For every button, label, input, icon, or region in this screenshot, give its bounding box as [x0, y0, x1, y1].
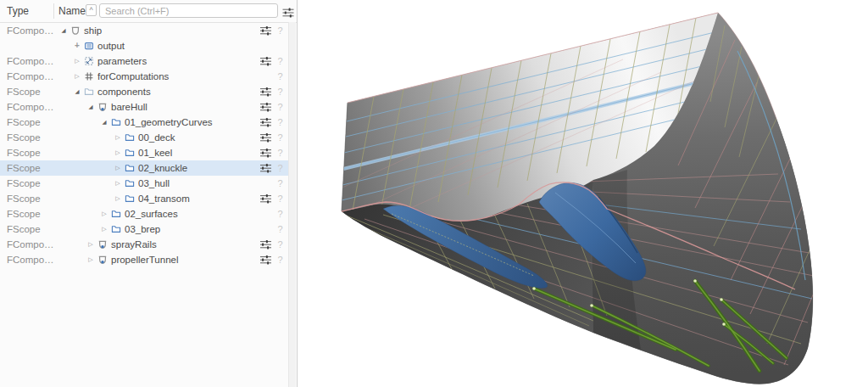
type-column-header: Type [7, 5, 29, 17]
tree-row[interactable]: FScope ▷ 00_deck ? [0, 130, 288, 145]
row-indent [58, 46, 71, 47]
settings-icon[interactable] [259, 118, 272, 127]
tree-row[interactable]: FCompone... ▷ sprayRails ? [0, 237, 288, 252]
tree-row[interactable]: FCompone... ◢ ship ? [0, 23, 288, 38]
row-indent [58, 137, 112, 138]
row-name-label: 03_brep [125, 224, 259, 234]
folder-icon [124, 178, 135, 188]
tree-row[interactable]: FScope ◢ components ? [0, 84, 288, 99]
help-icon[interactable]: ? [276, 194, 284, 204]
row-indent [58, 153, 112, 154]
help-icon[interactable]: ? [276, 209, 284, 219]
tree-row[interactable]: FScope ◢ 01_geometryCurves ? [0, 115, 288, 130]
row-name-label: parameters [97, 56, 259, 66]
help-icon[interactable]: ? [276, 178, 284, 188]
help-icon[interactable]: ? [276, 87, 284, 97]
settings-icon[interactable] [259, 255, 272, 265]
row-name-label: components [97, 87, 259, 97]
output-icon [83, 41, 94, 51]
expander-icon[interactable]: ▷ [98, 206, 110, 222]
help-icon[interactable]: ? [276, 56, 284, 66]
tree-row[interactable]: FScope ▷ 01_keel ? [0, 145, 288, 160]
folder-icon [124, 194, 135, 204]
expander-icon[interactable]: ◢ [58, 23, 70, 38]
expander-icon[interactable]: ▷ [98, 222, 110, 237]
tree-scrollbar[interactable] [288, 22, 296, 387]
hull-3d-canvas[interactable] [298, 0, 868, 387]
expander-icon[interactable]: ▷ [112, 176, 124, 191]
row-indent [58, 183, 112, 184]
expander-icon[interactable]: ▷ [85, 252, 97, 267]
help-icon[interactable]: ? [276, 25, 284, 36]
collapse-all-button[interactable]: ^ [86, 4, 97, 16]
tree-row[interactable]: FScope ▷ 02_knuckle ? [0, 160, 288, 176]
computations-icon [83, 71, 94, 81]
folder-icon [124, 148, 135, 158]
row-type-label: FScope [0, 148, 58, 158]
expander-icon[interactable]: ◢ [98, 115, 110, 130]
help-icon[interactable]: ? [276, 224, 284, 234]
help-icon[interactable]: ? [276, 71, 284, 81]
help-icon[interactable]: ? [276, 132, 284, 143]
expander-icon[interactable]: ▷ [71, 53, 83, 69]
tree-row[interactable]: FScope ▷ 02_surfaces ? [0, 206, 288, 222]
folder-icon [110, 224, 121, 234]
folder-icon [110, 117, 121, 127]
row-type-label: FScope [0, 132, 58, 143]
row-indent [58, 244, 85, 245]
row-indent [58, 214, 98, 215]
row-type-label: FCompone... [0, 255, 58, 265]
expander-icon[interactable]: ▷ [71, 69, 83, 84]
tree-row[interactable]: FCompone... ▷ parameters ? [0, 53, 288, 69]
tree-row[interactable]: FCompone... ▷ propellerTunnel ? [0, 252, 288, 267]
expander-icon[interactable]: ◢ [71, 84, 83, 99]
row-name-label: 01_geometryCurves [125, 117, 259, 127]
tree-row[interactable]: FScope ▷ 03_hull ? [0, 176, 288, 191]
row-type-label: FScope [0, 178, 58, 188]
row-name-label: 02_knuckle [138, 163, 259, 173]
help-icon[interactable]: ? [276, 163, 284, 173]
filter-icon[interactable] [282, 6, 294, 16]
search-input[interactable] [99, 3, 278, 18]
settings-icon[interactable] [259, 164, 272, 173]
settings-icon[interactable] [259, 87, 272, 97]
row-name-label: 00_deck [138, 132, 259, 143]
expander-icon[interactable]: ▷ [112, 160, 124, 176]
expander-icon[interactable]: ▷ [112, 191, 124, 206]
expander-icon[interactable]: + [71, 38, 83, 53]
row-type-label: FScope [0, 163, 58, 173]
folder-pale-icon [83, 87, 94, 97]
help-icon[interactable]: ? [276, 255, 284, 265]
parameters-icon [83, 56, 94, 66]
help-icon[interactable]: ? [276, 148, 284, 158]
row-name-label: forComputations [97, 71, 259, 81]
help-icon[interactable]: ? [276, 117, 284, 127]
settings-icon[interactable] [259, 194, 272, 204]
settings-icon[interactable] [259, 103, 272, 112]
help-icon[interactable]: ? [276, 239, 284, 250]
help-icon[interactable]: ? [276, 102, 284, 112]
expander-icon[interactable]: ▷ [85, 237, 97, 252]
expander-icon[interactable]: ◢ [85, 99, 97, 115]
tree-row[interactable]: FCompone... ▷ forComputations ? [0, 69, 288, 84]
settings-icon[interactable] [259, 240, 272, 250]
ship-hull-render [298, 0, 868, 387]
expander-icon[interactable]: ▷ [112, 145, 124, 160]
hull-icon [70, 25, 81, 36]
tree-row[interactable]: FCompone... ◢ bareHull ? [0, 99, 288, 115]
settings-icon[interactable] [259, 26, 272, 36]
expander-icon[interactable]: ▷ [112, 130, 124, 145]
tree-row[interactable]: FScope ▷ 04_transom ? [0, 191, 288, 206]
settings-icon[interactable] [259, 149, 272, 158]
hull-blue-icon [97, 102, 108, 112]
application-window: Type Name ^ FCompone... ◢ ship ? + outpu… [0, 0, 868, 387]
column-divider [53, 3, 54, 19]
tree-row[interactable]: + output [0, 38, 288, 53]
row-type-label: FCompone... [0, 71, 58, 81]
row-type-label: FScope [0, 194, 58, 204]
settings-icon[interactable] [259, 57, 272, 66]
tree-row[interactable]: FScope ▷ 03_brep ? [0, 222, 288, 237]
row-name-label: 02_surfaces [125, 209, 259, 219]
settings-icon[interactable] [259, 133, 272, 143]
row-type-label: FScope [0, 117, 58, 127]
